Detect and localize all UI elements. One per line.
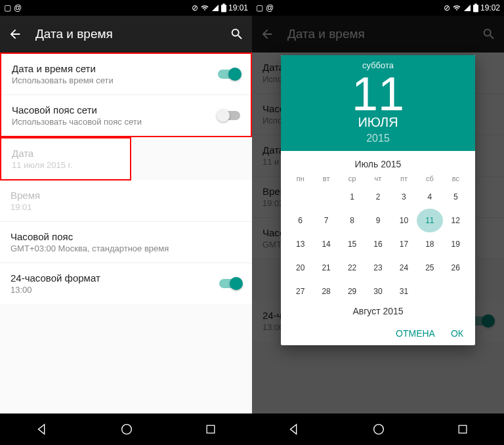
calendar-day[interactable]: 3 xyxy=(391,185,417,209)
calendar-day[interactable]: 22 xyxy=(339,256,365,280)
nav-recent-icon[interactable] xyxy=(204,423,217,436)
setting-sublabel: 11 июля 2015 г. xyxy=(12,160,119,170)
calendar-day[interactable]: 17 xyxy=(391,232,417,256)
svg-rect-1 xyxy=(207,425,215,433)
calendar-day[interactable]: 29 xyxy=(339,280,365,303)
no-sim-icon: ⊘ xyxy=(444,3,450,12)
setting-network-timezone[interactable]: Часовой пояс сетиИспользовать часовой по… xyxy=(1,95,251,136)
calendar-day[interactable]: 7 xyxy=(313,209,339,232)
calendar-grid: пнвтсрчтптсбвс12345678910111213141516171… xyxy=(287,172,469,303)
calendar-day[interactable]: 28 xyxy=(313,280,339,303)
calendar-day[interactable]: 14 xyxy=(313,232,339,256)
calendar-day[interactable]: 6 xyxy=(287,209,313,232)
calendar-day[interactable]: 20 xyxy=(287,256,313,280)
setting-label: Часовой пояс xyxy=(10,231,242,242)
setting-24h[interactable]: 24-часовой формат13:00 xyxy=(0,263,252,304)
calendar-dow-header: сб xyxy=(417,172,442,185)
setting-network-time[interactable]: Дата и время сетиИспользовать время сети xyxy=(1,54,251,95)
status-bar: ▢ @ ⊘ 19:02 xyxy=(252,0,504,16)
back-icon[interactable] xyxy=(8,27,22,41)
calendar-day[interactable]: 27 xyxy=(287,280,313,303)
signal-icon xyxy=(211,4,219,12)
setting-label: 24-часовой формат xyxy=(10,272,219,284)
picker-year[interactable]: 2015 xyxy=(281,133,475,144)
calendar-day[interactable]: 31 xyxy=(391,280,417,303)
calendar-day[interactable]: 16 xyxy=(365,232,390,256)
status-bar: ▢ @ ⊘ 19:01 xyxy=(0,0,252,16)
calendar-dow-header: вт xyxy=(313,172,339,185)
svg-rect-3 xyxy=(459,425,467,433)
phone-right: ▢ @ ⊘ 19:02 Дата и время ДатаИспоЧасоИсп… xyxy=(252,0,504,445)
calendar-day[interactable]: 24 xyxy=(391,256,417,280)
dialog-actions: ОТМЕНА ОК xyxy=(281,322,475,345)
calendar-day[interactable]: 5 xyxy=(443,185,469,209)
calendar-dow-header: пт xyxy=(391,172,417,185)
calendar-day[interactable]: 10 xyxy=(391,209,417,232)
status-time: 19:02 xyxy=(480,3,500,12)
nav-home-icon[interactable] xyxy=(371,422,386,436)
setting-label: Дата xyxy=(12,148,119,159)
calendar-day[interactable]: 21 xyxy=(313,256,339,280)
picker-day-number[interactable]: 11 xyxy=(281,70,475,117)
calendar-day[interactable]: 25 xyxy=(417,256,442,280)
settings-list: Дата и время сетиИспользовать время сети… xyxy=(0,53,252,413)
setting-sublabel: GMT+03:00 Москва, стандартное время xyxy=(10,244,242,253)
setting-label: Часовой пояс сети xyxy=(12,104,218,116)
calendar-title: Июль 2015 xyxy=(287,156,469,172)
setting-label: Время xyxy=(10,190,242,201)
calendar-month: Июль 2015 пнвтсрчтптсбвс1234567891011121… xyxy=(281,151,475,322)
ok-button[interactable]: ОК xyxy=(451,328,463,339)
date-picker-dialog: суббота 11 ИЮЛЯ 2015 Июль 2015 пнвтсрчтп… xyxy=(281,55,475,345)
svg-point-2 xyxy=(374,425,384,434)
at-icon: @ xyxy=(14,3,22,12)
calendar-day[interactable]: 2 xyxy=(365,185,390,209)
setting-sublabel: Использовать время сети xyxy=(12,75,218,85)
setting-date: Дата 11 июля 2015 г. xyxy=(1,138,130,179)
calendar-dow-header: чт xyxy=(365,172,390,185)
setting-timezone[interactable]: Часовой пояс GMT+03:00 Москва, стандартн… xyxy=(0,222,252,263)
setting-sublabel: 19:01 xyxy=(10,202,242,212)
nav-bar xyxy=(0,413,252,445)
date-picker-header: суббота 11 ИЮЛЯ 2015 xyxy=(281,55,475,151)
calendar-day[interactable]: 12 xyxy=(443,209,469,232)
search-icon[interactable] xyxy=(230,27,244,41)
picture-icon: ▢ xyxy=(4,3,11,12)
calendar-next-title: Август 2015 xyxy=(287,303,469,319)
phone-left: ▢ @ ⊘ 19:01 Дата и время Дата и время се… xyxy=(0,0,252,445)
page-title: Дата и время xyxy=(35,27,217,41)
calendar-day[interactable]: 11 xyxy=(417,209,442,232)
nav-back-icon[interactable] xyxy=(287,422,301,436)
picker-day-of-week: суббота xyxy=(281,60,475,70)
highlight-box-2: Дата 11 июля 2015 г. xyxy=(0,137,131,180)
setting-sublabel: Использовать часовой пояс сети xyxy=(12,117,218,127)
switch-toggle[interactable] xyxy=(218,111,240,120)
app-bar: Дата и время xyxy=(0,16,252,53)
switch-toggle[interactable] xyxy=(219,279,242,288)
nav-recent-icon[interactable] xyxy=(456,423,469,436)
status-time: 19:01 xyxy=(228,3,248,12)
calendar-day[interactable]: 4 xyxy=(417,185,442,209)
calendar-day[interactable]: 8 xyxy=(339,209,365,232)
nav-bar xyxy=(252,413,504,445)
calendar-day[interactable]: 15 xyxy=(339,232,365,256)
calendar-day[interactable]: 13 xyxy=(287,232,313,256)
nav-home-icon[interactable] xyxy=(119,422,134,436)
nav-back-icon[interactable] xyxy=(35,422,49,436)
calendar-day[interactable]: 23 xyxy=(365,256,390,280)
svg-point-0 xyxy=(122,425,132,434)
calendar-dow-header: пн xyxy=(287,172,313,185)
cancel-button[interactable]: ОТМЕНА xyxy=(396,328,435,339)
wifi-icon xyxy=(452,4,461,12)
calendar-day[interactable]: 9 xyxy=(365,209,390,232)
calendar-day[interactable]: 18 xyxy=(417,232,442,256)
calendar-day[interactable]: 19 xyxy=(443,232,469,256)
calendar-day[interactable]: 30 xyxy=(365,280,390,303)
switch-toggle[interactable] xyxy=(218,70,240,79)
calendar-day[interactable]: 26 xyxy=(443,256,469,280)
battery-icon xyxy=(473,3,478,12)
signal-icon xyxy=(463,4,471,12)
calendar-day[interactable]: 1 xyxy=(339,185,365,209)
picture-icon: ▢ xyxy=(256,3,263,12)
highlight-box-1: Дата и время сетиИспользовать время сети… xyxy=(0,53,252,137)
calendar-dow-header: вс xyxy=(443,172,469,185)
